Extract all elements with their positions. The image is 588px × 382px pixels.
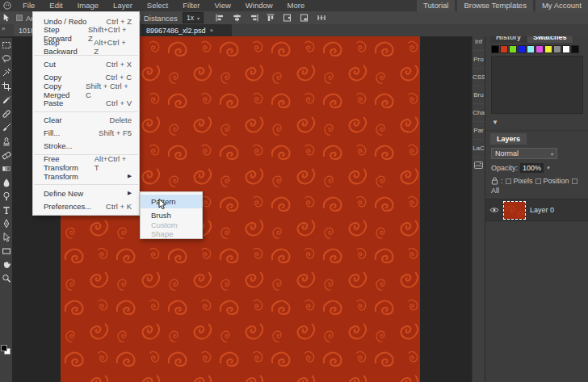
- menu-item-label: Clear: [44, 115, 62, 124]
- zoom-tool[interactable]: [0, 271, 12, 285]
- hand-icon: [2, 260, 11, 270]
- align-top-icon[interactable]: [266, 13, 277, 23]
- panel-shortcut-par[interactable]: Par: [472, 122, 485, 140]
- auto-select-checkbox[interactable]: [16, 15, 23, 21]
- menu-item-clear[interactable]: ClearDelete: [33, 114, 139, 127]
- distribute-left-icon[interactable]: [283, 13, 294, 23]
- color-swatch[interactable]: [553, 45, 561, 53]
- close-tab-icon[interactable]: ×: [210, 27, 214, 34]
- color-swatch[interactable]: [518, 45, 526, 53]
- marquee-tool[interactable]: [0, 38, 12, 52]
- crop-tool[interactable]: [0, 79, 12, 93]
- blur-tool[interactable]: [0, 175, 12, 189]
- type-icon: [2, 205, 11, 215]
- app-logo-icon[interactable]: [3, 2, 11, 10]
- chevron-down-icon: ▾: [551, 151, 553, 157]
- lock-all-checkbox[interactable]: [572, 178, 578, 184]
- distribute-bottom-icon[interactable]: [300, 13, 311, 23]
- eraser-tool[interactable]: [0, 148, 12, 162]
- define-new-submenu: PatternBrushCustom Shape: [140, 191, 203, 239]
- menu-item-cut[interactable]: CutCtrl + X: [33, 57, 139, 70]
- hand-tool[interactable]: [0, 258, 12, 271]
- lock-icon: [491, 177, 498, 185]
- align-left-icon[interactable]: [215, 13, 226, 23]
- menu-item-free-transform[interactable]: Free TransformAlt+Ctrl + T: [33, 157, 139, 170]
- menu-file[interactable]: File: [15, 1, 42, 10]
- menu-image[interactable]: Image: [70, 1, 106, 10]
- submenu-arrow-icon: ▶: [128, 173, 132, 179]
- shape-tool[interactable]: [0, 244, 12, 258]
- my-account-button[interactable]: My Account: [536, 0, 588, 11]
- collapse-tools-icon[interactable]: ›‹: [2, 25, 4, 32]
- panel-shortcut-css[interactable]: CSS: [472, 69, 485, 86]
- heal-tool[interactable]: [0, 107, 12, 120]
- clone-stamp-tool[interactable]: [0, 134, 12, 148]
- color-swatch[interactable]: [509, 45, 517, 53]
- lock-position-checkbox[interactable]: [536, 178, 541, 184]
- gradient-tool[interactable]: [0, 162, 12, 175]
- layer-row-selected[interactable]: Layer 0: [485, 199, 588, 221]
- color-swatch[interactable]: [562, 45, 570, 53]
- color-swatch[interactable]: [527, 45, 535, 53]
- menu-item-define-new[interactable]: Define New▶: [33, 187, 139, 199]
- menu-item-stroke[interactable]: Stroke...: [33, 140, 139, 153]
- menu-select[interactable]: Select: [140, 1, 175, 10]
- foreground-color-swatch[interactable]: [1, 345, 7, 351]
- menu-view[interactable]: View: [207, 1, 237, 10]
- color-swatch[interactable]: [500, 45, 508, 53]
- submenu-item-pattern[interactable]: Pattern: [141, 195, 202, 208]
- color-swatch[interactable]: [571, 45, 579, 53]
- foreground-background-swatches[interactable]: [1, 343, 11, 355]
- opacity-value[interactable]: 100%: [520, 163, 544, 173]
- image-gallery-icon[interactable]: [474, 162, 483, 169]
- panel-shortcut-pro[interactable]: Pro: [472, 51, 485, 69]
- align-right-icon[interactable]: [249, 13, 260, 23]
- magic-wand-tool[interactable]: [0, 65, 12, 79]
- visibility-eye-icon[interactable]: [489, 207, 499, 213]
- pen-tool[interactable]: [0, 216, 12, 230]
- distribute-gaps-icon[interactable]: [317, 13, 328, 23]
- tab-layers[interactable]: Layers: [490, 133, 527, 145]
- tutorial-button[interactable]: Tutorial: [417, 0, 455, 11]
- menu-item-label: Paste: [44, 99, 63, 107]
- lock-pixels-checkbox[interactable]: [506, 178, 511, 184]
- type-tool[interactable]: [0, 203, 12, 216]
- panel-shortcut-bru[interactable]: Bru: [472, 86, 485, 104]
- color-swatch[interactable]: [536, 45, 544, 53]
- zoom-level-select[interactable]: 1x ▾: [183, 12, 204, 23]
- dodge-tool[interactable]: [0, 189, 12, 203]
- panel-shortcut-lac[interactable]: LaC: [472, 140, 485, 157]
- swatches-list-area[interactable]: [491, 56, 583, 114]
- menu-item-shortcut: Ctrl + Z: [107, 17, 132, 26]
- menu-item-label: Fill...: [44, 128, 60, 137]
- lock-position-label: Position: [544, 177, 569, 185]
- panel-shortcut-cha[interactable]: Cha: [472, 104, 485, 122]
- menu-item-fill[interactable]: Fill...Shift + F5: [33, 127, 139, 140]
- layer-thumbnail[interactable]: [504, 202, 525, 219]
- browse-templates-button[interactable]: Browse Templates: [457, 0, 532, 11]
- color-swatch[interactable]: [491, 45, 499, 53]
- menu-window[interactable]: Window: [238, 1, 280, 10]
- direct-select-tool[interactable]: [0, 230, 12, 244]
- menu-filter[interactable]: Filter: [175, 1, 207, 10]
- menu-layer[interactable]: Layer: [106, 1, 140, 10]
- align-center-h-icon[interactable]: [232, 13, 243, 23]
- blend-mode-select[interactable]: Normal ▾: [491, 148, 557, 159]
- zoom-level-value: 1x: [187, 14, 194, 22]
- menu-item-step-backward[interactable]: Step BackwardAlt+Ctrl + Z: [33, 40, 139, 53]
- menu-edit[interactable]: Edit: [42, 1, 69, 10]
- menu-more[interactable]: More: [280, 1, 313, 10]
- menu-item-label: Copy Merged: [44, 82, 86, 99]
- lasso-tool[interactable]: [0, 52, 12, 65]
- menu-item-label: Undo / Redo: [44, 17, 86, 26]
- shape-icon: [2, 246, 11, 256]
- document-tab-2-active[interactable]: 89967486_xl2.psd ×: [141, 24, 232, 36]
- color-swatch[interactable]: [544, 45, 552, 53]
- eyedropper-tool[interactable]: [0, 93, 12, 107]
- swatch-group-disclosure[interactable]: ▼: [485, 114, 588, 131]
- brush-tool[interactable]: [0, 120, 12, 134]
- menu-item-copy-merged[interactable]: Copy MergedShift + Ctrl + C: [33, 83, 139, 96]
- menu-item-preferences[interactable]: Preferences...Ctrl + K: [33, 199, 139, 212]
- menu-item-shortcut: Ctrl + X: [106, 60, 132, 69]
- menu-item-shortcut: Alt+Ctrl + Z: [94, 38, 132, 56]
